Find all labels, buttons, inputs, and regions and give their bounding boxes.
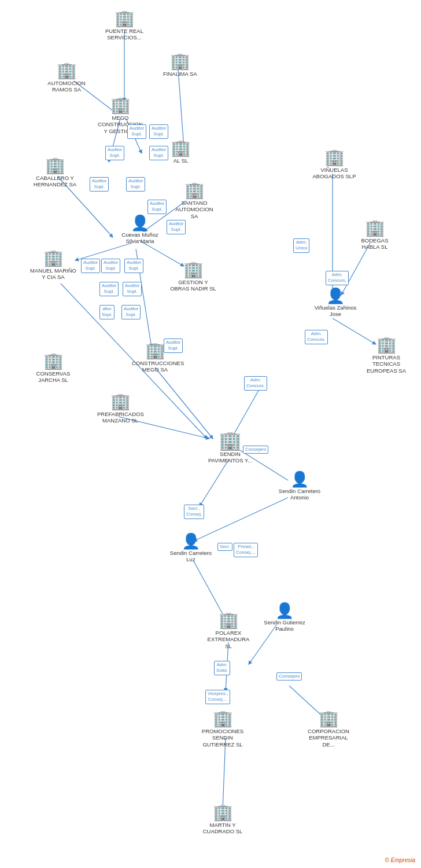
building-icon-construcciones-mego: 🏢 <box>145 343 165 359</box>
node-santano-automocion[interactable]: 🏢 SANTANO AUTOMOCION SA <box>171 182 217 219</box>
node-sendin-gutierrez[interactable]: 👤 Sendin Gutierrez Paulino <box>261 603 308 632</box>
building-icon-bodegas-habla: 🏢 <box>365 220 385 236</box>
building-icon-al-sl: 🏢 <box>171 140 191 156</box>
person-icon-cuevas-munoz: 👤 <box>131 215 149 230</box>
label-pinturas-tecnicas: PINTURAS TECNICAS EUROPEAS SA <box>363 354 409 374</box>
badge-adm-solid[interactable]: Adm.Solid. <box>214 661 230 675</box>
label-cuevas-munoz: Cuevas Muñoz Silvia Maria <box>117 231 163 245</box>
node-polarex[interactable]: 🏢 POLAREX EXTREMADURA SL <box>205 612 252 649</box>
node-bodegas-habla[interactable]: 🏢 BODEGAS HABLA SL <box>352 220 398 251</box>
badge-adm-concurs-2[interactable]: Adm.Concurs. <box>305 330 328 344</box>
node-gestion-obras-nadir[interactable]: 🏢 GESTION Y OBRAS NADIR SL <box>170 262 216 292</box>
building-icon-sendin-pavimentos: 🏢 <box>219 431 242 450</box>
badge-auditor-15[interactable]: AuditorSupl. <box>121 305 141 319</box>
node-pinturas-tecnicas[interactable]: 🏢 PINTURAS TECNICAS EUROPEAS SA <box>363 337 409 374</box>
badge-auditor-12[interactable]: AuditorSupl. <box>99 282 119 296</box>
badge-auditor-6[interactable]: AuditorSupl. <box>126 177 145 192</box>
badge-auditor-10[interactable]: AuditorSupl. <box>101 259 120 273</box>
label-promociones-sendin: PROMOCIONES SENDIN GUTIERREZ SL <box>200 728 246 748</box>
label-vinuelas-abogados: VIÑUELAS ABOGADOS SLP <box>311 167 357 180</box>
svg-line-2 <box>178 69 184 148</box>
node-automocion-ramos[interactable]: 🏢 AUTOMOCION RAMOS SA <box>43 62 90 93</box>
building-icon-vinuelas-abogados: 🏢 <box>324 149 345 165</box>
node-corporacion-empresarial[interactable]: 🏢 CORPORACION EMPRESARIAL DE... <box>305 711 352 748</box>
label-construcciones-mego: CONSTRUCCIONES MEGO SA <box>132 360 178 373</box>
label-prefabricados-manzano: PREFABRICADOS MANZANO SL <box>97 411 143 424</box>
building-icon-puente-real: 🏢 <box>115 10 135 27</box>
building-icon-conservas-jarcha: 🏢 <box>43 353 64 369</box>
label-al-sl: AL SL <box>173 157 189 164</box>
copyright: © Empresia <box>385 857 415 863</box>
label-corporacion-empresarial: CORPORACION EMPRESARIAL DE... <box>305 728 352 748</box>
badge-auditor-1[interactable]: AuditorSupl. <box>127 124 146 139</box>
svg-line-20 <box>194 561 226 619</box>
svg-line-19 <box>200 460 228 506</box>
badge-auditor-8[interactable]: AuditorSupl. <box>167 220 186 234</box>
badge-adm-unico[interactable]: Adm.Unico <box>293 238 309 253</box>
badge-auditor-13[interactable]: AuditorSupl. <box>123 282 142 296</box>
badge-auditor-16[interactable]: AuditorSupl. <box>164 339 183 353</box>
label-conservas-jarcha: CONSERVAS JARCHA SL <box>30 370 76 384</box>
node-prefabricados-manzano[interactable]: 🏢 PREFABRICADOS MANZANO SL <box>97 393 143 424</box>
label-bodegas-habla: BODEGAS HABLA SL <box>352 237 398 251</box>
label-martin-cuadrado: MARTIN Y CUADRADO SL <box>200 822 246 835</box>
node-cuevas-munoz[interactable]: 👤 Cuevas Muñoz Silvia Maria <box>117 215 163 245</box>
label-santano-automocion: SANTANO AUTOMOCION SA <box>171 200 217 219</box>
svg-line-7 <box>75 243 132 260</box>
node-sendin-luz[interactable]: 👤 Sendin Carretero Luz <box>168 534 214 563</box>
label-sendin-gutierrez: Sendin Gutierrez Paulino <box>261 619 308 632</box>
node-finalima[interactable]: 🏢 FINALIMA SA <box>163 53 197 77</box>
badge-adm-concurs-1[interactable]: Adm.Concurs. <box>326 271 349 285</box>
node-martin-cuadrado[interactable]: 🏢 MARTIN Y CUADRADO SL <box>200 804 246 835</box>
building-icon-martin-cuadrado: 🏢 <box>213 804 233 821</box>
badge-auditor-5[interactable]: AuditorSupl. <box>90 177 109 192</box>
label-vinuelas-zahinos: Viñuelas Zahinos Jose <box>312 304 359 318</box>
label-sendin-antonio: Sendin Carretero Antonio <box>276 488 323 501</box>
badge-presid-consej[interactable]: Presid.,Consej.... <box>234 543 258 557</box>
node-vinuelas-abogados[interactable]: 🏢 VIÑUELAS ABOGADOS SLP <box>311 149 357 180</box>
label-automocion-ramos: AUTOMOCION RAMOS SA <box>43 80 90 93</box>
building-icon-prefabricados-manzano: 🏢 <box>110 393 131 410</box>
building-icon-promociones-sendin: 🏢 <box>213 711 233 727</box>
badge-adm-concurs-3[interactable]: Adm.Concurs. <box>244 376 267 391</box>
svg-line-15 <box>341 243 370 295</box>
badge-auditor-9[interactable]: AuditorSupl. <box>81 259 100 273</box>
badge-secr-1[interactable]: Secr. <box>217 543 232 551</box>
node-vinuelas-zahinos[interactable]: 👤 Viñuelas Zahinos Jose <box>312 288 359 318</box>
svg-line-11 <box>155 367 213 439</box>
building-icon-mego-construccion: 🏢 <box>110 97 131 113</box>
badge-auditor-3[interactable]: AuditorSupl. <box>105 146 124 160</box>
label-puente-real: PUENTE REAL SERVICIOS... <box>101 28 147 41</box>
badge-consejero-2[interactable]: Consejero <box>276 672 302 681</box>
node-caballero-hernandez[interactable]: 🏢 CABALLERO Y HERNANDEZ SA <box>32 157 78 188</box>
badge-auditor-2[interactable]: AuditorSupl. <box>149 124 168 139</box>
node-conservas-jarcha[interactable]: 🏢 CONSERVAS JARCHA SL <box>30 353 76 384</box>
svg-line-24 <box>223 738 226 810</box>
building-icon-polarex: 🏢 <box>219 612 239 628</box>
badge-consejero-1[interactable]: Consejero <box>243 446 268 454</box>
node-promociones-sendin[interactable]: 🏢 PROMOCIONES SENDIN GUTIERREZ SL <box>200 711 246 748</box>
person-icon-vinuelas-zahinos: 👤 <box>326 288 345 303</box>
building-icon-manuel-marino: 🏢 <box>43 250 64 266</box>
badge-vicepres-consej[interactable]: Vicepres.,Consej.... <box>205 690 230 704</box>
badge-auditor-7[interactable]: AuditorSupl. <box>147 200 167 214</box>
building-icon-santano-automocion: 🏢 <box>184 182 205 198</box>
label-finalima: FINALIMA SA <box>163 71 197 77</box>
label-sendin-luz: Sendin Carretero Luz <box>168 550 214 563</box>
building-icon-pinturas-tecnicas: 🏢 <box>376 337 397 353</box>
person-icon-sendin-luz: 👤 <box>182 534 200 549</box>
node-puente-real[interactable]: 🏢 PUENTE REAL SERVICIOS... <box>101 10 147 41</box>
badge-auditor-14[interactable]: ditorSupl. <box>99 305 115 319</box>
node-al-sl[interactable]: 🏢 AL SL <box>171 140 191 164</box>
building-icon-caballero-hernandez: 🏢 <box>45 157 65 174</box>
node-sendin-antonio[interactable]: 👤 Sendin Carretero Antonio <box>276 472 323 501</box>
building-icon-corporacion-empresarial: 🏢 <box>319 711 339 727</box>
badge-auditor-4[interactable]: AuditorSupl. <box>149 146 168 160</box>
label-polarex: POLAREX EXTREMADURA SL <box>205 630 252 649</box>
node-manuel-marino[interactable]: 🏢 MANUEL MARIÑO Y CIA SA <box>30 250 76 281</box>
badge-auditor-11[interactable]: AuditorSupl. <box>124 259 143 273</box>
label-caballero-hernandez: CABALLERO Y HERNANDEZ SA <box>32 175 78 188</box>
badge-secr-consej-1[interactable]: Secr.,Consej. <box>184 505 204 519</box>
building-icon-automocion-ramos: 🏢 <box>57 62 77 79</box>
person-icon-sendin-gutierrez: 👤 <box>275 603 294 618</box>
